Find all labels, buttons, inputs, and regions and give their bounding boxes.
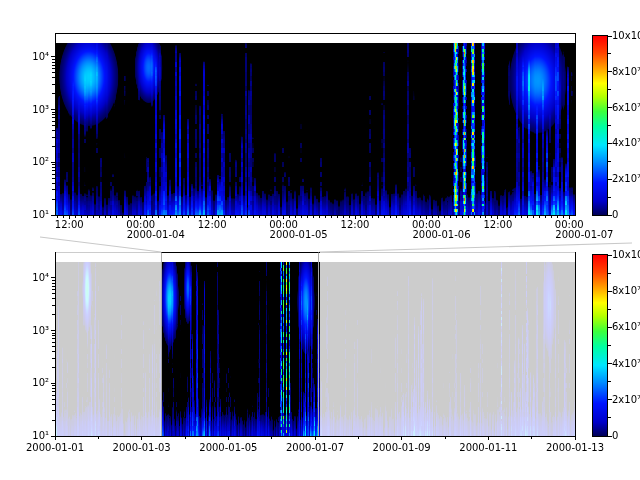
x-minor-tick: [384, 215, 385, 218]
x-minor-tick: [301, 215, 302, 218]
x-tick-label-time: 12:00: [44, 219, 94, 230]
x-minor-tick: [360, 215, 361, 218]
x-tick-label-date: 2000-01-07: [555, 229, 635, 240]
y-minor-tick: [52, 351, 55, 352]
colorbar-tick-label: 2x10⁷: [612, 394, 640, 405]
zoom-connector-right: [319, 243, 632, 252]
x-minor-tick: [110, 215, 111, 218]
x-minor-tick: [307, 215, 308, 218]
y-minor-tick: [52, 367, 55, 368]
x-minor-tick: [358, 436, 359, 439]
colorbar-minor-tick: [608, 345, 611, 346]
x-minor-tick: [509, 215, 510, 218]
y-minor-tick: [52, 68, 55, 69]
x-tick-label-time: 12:00: [473, 219, 523, 230]
x-minor-tick: [557, 215, 558, 218]
y-major-tick: [51, 109, 55, 110]
x-minor-tick: [295, 215, 296, 218]
x-minor-tick: [491, 215, 492, 218]
x-minor-tick: [325, 215, 326, 218]
x-tick-label-date: 2000-01-13: [540, 442, 610, 453]
x-tick-label-date: 2000-01-06: [412, 229, 492, 240]
x-minor-tick: [402, 215, 403, 218]
x-minor-tick: [444, 215, 445, 218]
x-minor-tick: [331, 215, 332, 218]
x-minor-tick: [289, 215, 290, 218]
y-tick-label: 10²: [15, 156, 49, 167]
x-minor-tick: [87, 215, 88, 218]
colorbar-tick-label: 6x10⁷: [612, 102, 640, 113]
x-minor-tick: [241, 215, 242, 218]
x-minor-tick: [450, 215, 451, 218]
x-minor-tick: [235, 215, 236, 218]
x-minor-tick: [265, 215, 266, 218]
y-minor-tick: [52, 338, 55, 339]
x-minor-tick: [420, 215, 421, 218]
x-minor-tick: [99, 215, 100, 218]
y-minor-tick: [52, 59, 55, 60]
x-minor-tick: [57, 215, 58, 218]
y-minor-tick: [52, 298, 55, 299]
y-minor-tick: [52, 399, 55, 400]
x-minor-tick: [75, 215, 76, 218]
x-minor-tick: [414, 215, 415, 218]
y-minor-tick: [52, 420, 55, 421]
colorbar-tick-label: 0: [612, 209, 640, 220]
y-minor-tick: [52, 410, 55, 411]
x-tick-label-date: 2000-01-05: [270, 229, 350, 240]
x-minor-tick: [146, 215, 147, 218]
x-major-tick: [141, 436, 142, 440]
x-minor-tick: [349, 215, 350, 218]
y-tick-label: 10¹: [15, 209, 49, 220]
y-minor-tick: [52, 174, 55, 175]
y-minor-tick: [52, 385, 55, 386]
x-minor-tick: [230, 215, 231, 218]
y-minor-tick: [52, 358, 55, 359]
x-minor-tick: [185, 436, 186, 439]
colorbar-tick-label: 4x10⁷: [612, 358, 640, 369]
y-minor-tick: [52, 114, 55, 115]
x-minor-tick: [122, 215, 123, 218]
x-minor-tick: [247, 215, 248, 218]
x-minor-tick: [259, 215, 260, 218]
y-minor-tick: [52, 305, 55, 306]
x-minor-tick: [194, 215, 195, 218]
x-minor-tick: [158, 215, 159, 218]
y-minor-tick: [52, 125, 55, 126]
x-minor-tick: [343, 215, 344, 218]
y-minor-tick: [52, 342, 55, 343]
y-minor-tick: [52, 146, 55, 147]
x-major-tick: [401, 436, 402, 440]
x-minor-tick: [366, 215, 367, 218]
x-minor-tick: [128, 215, 129, 218]
x-minor-tick: [206, 215, 207, 218]
x-minor-tick: [408, 215, 409, 218]
x-minor-tick: [533, 215, 534, 218]
y-minor-tick: [52, 289, 55, 290]
x-major-tick: [315, 436, 316, 440]
y-minor-tick: [52, 62, 55, 63]
colorbar-minor-tick: [608, 273, 611, 274]
x-minor-tick: [456, 215, 457, 218]
x-minor-tick: [372, 215, 373, 218]
colorbar-tick-label: 10x10⁷: [612, 249, 640, 260]
x-minor-tick: [396, 215, 397, 218]
y-minor-tick: [52, 65, 55, 66]
y-minor-tick: [52, 167, 55, 168]
y-major-tick: [51, 277, 55, 278]
x-minor-tick: [438, 215, 439, 218]
detail-spectrogram-image[interactable]: [56, 43, 575, 215]
colorbar-minor-tick: [608, 197, 611, 198]
x-minor-tick: [164, 215, 165, 218]
x-tick-label-date: 2000-01-03: [107, 442, 177, 453]
y-major-tick: [51, 330, 55, 331]
x-minor-tick: [134, 215, 135, 218]
y-minor-tick: [52, 283, 55, 284]
x-minor-tick: [200, 215, 201, 218]
y-minor-tick: [52, 84, 55, 85]
x-major-tick: [575, 436, 576, 440]
time-selection-region[interactable]: [161, 252, 319, 436]
y-minor-tick: [52, 170, 55, 171]
colorbar-minor-tick: [608, 125, 611, 126]
colorbar-tick-label: 0: [612, 430, 640, 441]
